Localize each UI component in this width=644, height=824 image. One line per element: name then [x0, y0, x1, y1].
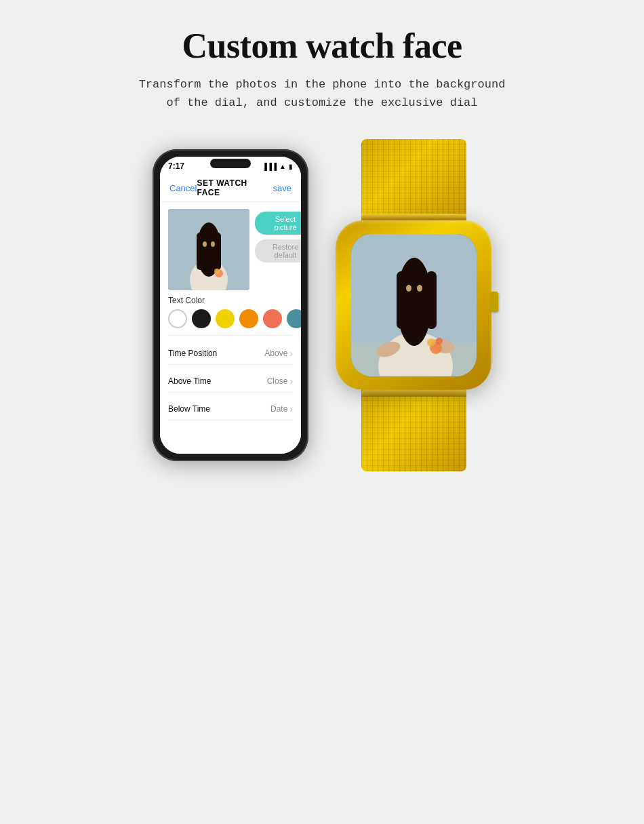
- svg-rect-19: [397, 271, 407, 329]
- watch-crown: [490, 292, 498, 312]
- above-time-value: Close ›: [267, 376, 293, 387]
- divider-1: [168, 335, 293, 336]
- svg-rect-6: [214, 233, 221, 270]
- page-title: Custom watch face: [182, 26, 462, 66]
- wifi-icon: ▲: [279, 163, 286, 170]
- above-time-row[interactable]: Above Time Close ›: [168, 370, 293, 393]
- time-position-row[interactable]: Time Position Above ›: [168, 342, 293, 365]
- svg-rect-20: [426, 271, 437, 329]
- text-color-label: Text Color: [168, 296, 293, 305]
- phone-time: 7:17: [168, 161, 184, 171]
- watch-screen: [351, 234, 477, 376]
- svg-point-7: [203, 241, 207, 247]
- color-swatch-orange[interactable]: [239, 309, 258, 328]
- select-picture-button[interactable]: Select picture: [255, 212, 301, 235]
- status-icons: ▐▐▐ ▲ ▮: [262, 163, 293, 170]
- svg-point-8: [211, 241, 215, 247]
- below-time-row[interactable]: Below Time Date ›: [168, 398, 293, 420]
- watch-face-svg: [351, 234, 477, 376]
- time-position-label: Time Position: [168, 349, 217, 358]
- battery-icon: ▮: [289, 163, 293, 170]
- watch-face: [351, 234, 477, 376]
- color-swatch-yellow[interactable]: [216, 309, 235, 328]
- watch-body: [336, 220, 491, 390]
- color-swatch-teal[interactable]: [287, 309, 301, 328]
- band-bar-bottom-top: [361, 390, 466, 397]
- photo-preview: [168, 209, 249, 290]
- below-time-value: Date ›: [270, 404, 293, 414]
- photo-svg: [168, 209, 249, 290]
- svg-point-21: [406, 285, 411, 292]
- below-time-label: Below Time: [168, 404, 210, 414]
- color-swatch-white[interactable]: [168, 309, 187, 328]
- color-swatch-black[interactable]: [192, 309, 211, 328]
- svg-point-24: [427, 338, 435, 347]
- phone-screen: 7:17 ▐▐▐ ▲ ▮ Cancel SET WATCH FACE save: [160, 157, 301, 454]
- app-header-title: SET WATCH FACE: [197, 178, 273, 197]
- save-button[interactable]: save: [273, 183, 291, 193]
- chevron-icon-3: ›: [289, 404, 293, 414]
- color-swatch-salmon[interactable]: [263, 309, 282, 328]
- page-subtitle: Transform the photos in the phone into t…: [139, 75, 506, 112]
- svg-point-10: [214, 269, 220, 274]
- color-swatches: [168, 309, 293, 328]
- restore-default-button[interactable]: Restore default: [255, 239, 301, 262]
- cancel-button[interactable]: Cancel: [169, 183, 197, 193]
- smartwatch-device: [336, 139, 491, 471]
- svg-point-25: [436, 338, 443, 345]
- svg-point-22: [417, 285, 422, 292]
- band-bar-top-bottom: [361, 214, 466, 220]
- time-position-value: Above ›: [264, 348, 293, 359]
- band-mesh-bottom: [361, 390, 466, 471]
- band-mesh-top: [361, 139, 466, 220]
- text-color-section: Text Color: [168, 296, 293, 328]
- svg-rect-5: [197, 233, 204, 270]
- chevron-icon: ›: [289, 348, 293, 359]
- devices-row: 7:17 ▐▐▐ ▲ ▮ Cancel SET WATCH FACE save: [153, 139, 491, 471]
- phone-device: 7:17 ▐▐▐ ▲ ▮ Cancel SET WATCH FACE save: [153, 149, 308, 461]
- watch-band-top: [361, 139, 466, 220]
- app-content: Select picture Restore default Text Colo…: [160, 202, 301, 454]
- watch-band-bottom: [361, 390, 466, 471]
- signal-icon: ▐▐▐: [262, 163, 277, 170]
- above-time-label: Above Time: [168, 376, 211, 386]
- phone-notch: [210, 159, 251, 168]
- chevron-icon-2: ›: [289, 376, 293, 387]
- app-header: Cancel SET WATCH FACE save: [160, 176, 301, 202]
